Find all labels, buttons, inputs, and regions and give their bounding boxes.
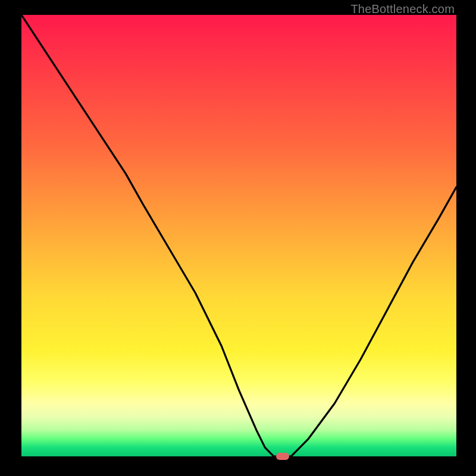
chart-frame: TheBottleneck.com <box>0 0 476 476</box>
plot-area <box>21 15 456 456</box>
optimal-point-marker <box>276 453 289 460</box>
bottleneck-curve <box>21 15 456 456</box>
watermark-text: TheBottleneck.com <box>350 2 455 16</box>
